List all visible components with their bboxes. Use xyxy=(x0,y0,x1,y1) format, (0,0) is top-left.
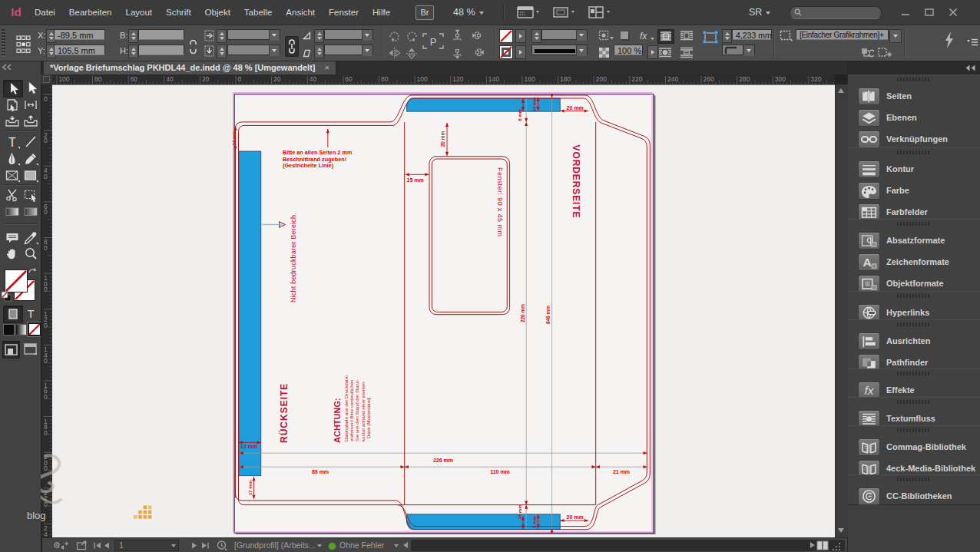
select-content-button[interactable] xyxy=(472,29,486,42)
corner-shape-dropdown[interactable] xyxy=(745,45,755,55)
normal-view-mode-button[interactable] xyxy=(2,341,20,359)
dock-group-handle[interactable] xyxy=(897,400,931,404)
page-tool[interactable] xyxy=(3,97,22,113)
type-tool[interactable]: T xyxy=(3,134,22,150)
constrain-proportions-toggle[interactable] xyxy=(187,38,199,55)
workspace-switcher[interactable]: SR xyxy=(749,0,770,25)
horizontal-scrollbar[interactable] xyxy=(411,540,845,551)
scale-y-stepper[interactable] xyxy=(217,45,227,58)
stroke-flyout-button[interactable] xyxy=(515,45,526,59)
textwrap-boundingbox-button[interactable] xyxy=(679,29,694,42)
select-previous-object-button[interactable] xyxy=(452,29,463,42)
default-fill-stroke-icon[interactable] xyxy=(1,291,12,302)
dock-group-handle[interactable] xyxy=(897,478,931,481)
select-next-object-button[interactable] xyxy=(452,46,463,59)
stroke-weight-combo[interactable] xyxy=(541,29,588,40)
split-view-icon[interactable] xyxy=(816,540,829,550)
object-style-combo[interactable]: [Einfacher Grafikrahmen]+ xyxy=(796,29,889,40)
quick-apply-button[interactable] xyxy=(943,31,955,49)
rotation-combo[interactable] xyxy=(324,29,373,40)
blending-mode-button[interactable] xyxy=(598,30,615,41)
width-stepper[interactable] xyxy=(128,29,138,43)
document-canvas[interactable]: 1008060402002040608010012014016018020022… xyxy=(41,74,847,537)
preflight-profile-label[interactable]: [Grundprofil] (Arbeits... xyxy=(234,538,316,552)
character-styles-icon[interactable]: A xyxy=(858,253,880,271)
dock-group-handle[interactable] xyxy=(897,322,931,326)
view-options-button[interactable] xyxy=(516,5,542,20)
pen-tool[interactable] xyxy=(3,150,22,167)
y-field[interactable]: 105,5 mm xyxy=(54,45,105,55)
scale-x-combo[interactable] xyxy=(227,29,280,40)
eyedropper-tool[interactable] xyxy=(22,230,40,246)
frame-tool[interactable] xyxy=(3,167,22,183)
fill-color-proxy[interactable] xyxy=(5,269,28,293)
menu-datei[interactable]: Datei xyxy=(28,0,62,25)
note-tool[interactable] xyxy=(3,230,22,246)
version-cue-icon[interactable] xyxy=(53,541,70,550)
free-transform-tool[interactable] xyxy=(22,187,40,203)
library-icon[interactable] xyxy=(858,438,880,456)
corner-shape-combo[interactable] xyxy=(722,45,743,55)
menu-objekt[interactable]: Objekt xyxy=(198,0,237,25)
stroke-type-combo[interactable] xyxy=(531,45,588,55)
panel-gripper[interactable] xyxy=(2,29,5,57)
opacity-flyout-button[interactable] xyxy=(647,45,658,59)
previous-page-button[interactable] xyxy=(104,542,110,549)
line-tool[interactable] xyxy=(22,134,40,150)
hscroll-right-arrow[interactable] xyxy=(810,542,815,548)
document-tab[interactable]: *Vorlage Briefumschlag PKHDL44_de.indd @… xyxy=(44,61,336,74)
dock-item-commag-bibliothek[interactable]: Commag-Bibliothek xyxy=(848,436,980,458)
gradient-feather-tool[interactable] xyxy=(22,203,40,220)
break-link-style-button[interactable] xyxy=(877,47,892,58)
resize-grip-icon[interactable] xyxy=(832,542,841,551)
dock-item-kontur[interactable]: Kontur xyxy=(848,158,980,180)
menu-layout[interactable]: Layout xyxy=(118,0,159,25)
chevron-down-icon[interactable] xyxy=(394,544,399,547)
chevron-down-icon[interactable] xyxy=(362,45,372,56)
rotate-ccw-button[interactable] xyxy=(406,30,419,42)
preflight-status-label[interactable]: Ohne Fehler xyxy=(339,538,384,552)
reference-point-proxy[interactable] xyxy=(16,35,31,54)
formatting-affects-text-button[interactable]: T xyxy=(22,306,40,322)
chevron-down-icon[interactable] xyxy=(269,45,280,56)
menu-ansicht[interactable]: Ansicht xyxy=(279,0,322,25)
dock-group-handle[interactable] xyxy=(897,78,931,81)
cc-libraries-icon[interactable] xyxy=(858,488,880,505)
shear-combo[interactable] xyxy=(324,45,373,55)
constrain-scale-toggle[interactable] xyxy=(285,36,299,57)
rectangle-tool[interactable] xyxy=(22,167,40,183)
x-field[interactable]: -89,5 mm xyxy=(54,29,105,40)
opacity-field[interactable]: 100 % xyxy=(614,45,643,55)
gap-tool[interactable] xyxy=(22,97,40,113)
dock-group-handle[interactable] xyxy=(897,222,931,226)
dock-item-seiten[interactable]: Seiten xyxy=(848,85,980,107)
export-status-icon[interactable] xyxy=(76,540,88,550)
fill-proxy[interactable] xyxy=(499,29,513,43)
apply-none-button[interactable] xyxy=(28,322,41,336)
textwrap-jump-button[interactable] xyxy=(679,46,694,59)
chevron-down-icon[interactable] xyxy=(269,30,280,41)
chevron-down-icon[interactable] xyxy=(576,45,587,56)
dock-group-handle[interactable] xyxy=(897,428,931,432)
color-icon[interactable] xyxy=(858,182,880,200)
flip-vertical-button[interactable] xyxy=(406,47,419,59)
dock-item-ausrichten[interactable]: Ausrichten xyxy=(848,330,980,352)
panel-menu-button[interactable] xyxy=(966,38,978,48)
corner-radius-stepper[interactable] xyxy=(722,29,732,43)
pencil-tool[interactable] xyxy=(22,150,40,167)
dock-group-handle[interactable] xyxy=(897,294,931,298)
shear-stepper[interactable] xyxy=(314,45,324,58)
first-page-button[interactable] xyxy=(93,542,101,549)
menu-bearbeiten[interactable]: Bearbeiten xyxy=(62,0,119,25)
menu-tabelle[interactable]: Tabelle xyxy=(237,0,279,25)
dock-item-zeichenformate[interactable]: AZeichenformate xyxy=(848,251,980,273)
zoom-level-dropdown[interactable]: 48 % xyxy=(453,0,484,25)
dock-item-ebenen[interactable]: Ebenen xyxy=(848,107,980,128)
preview-mode-button[interactable] xyxy=(22,341,38,357)
window-maximize-button[interactable] xyxy=(924,8,935,17)
collapse-tools-icon[interactable] xyxy=(2,64,12,71)
select-container-button[interactable] xyxy=(472,46,486,59)
layers-icon[interactable] xyxy=(858,109,880,127)
corner-radius-field[interactable]: 4,233 mm xyxy=(732,29,772,40)
rotate-cw-button[interactable] xyxy=(388,30,401,42)
